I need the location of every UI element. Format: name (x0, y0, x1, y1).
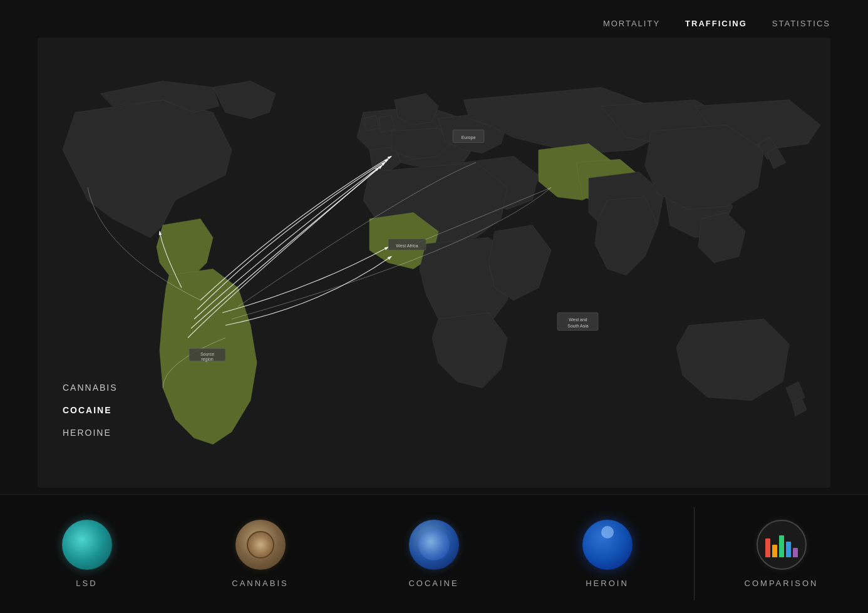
svg-text:West Africa: West Africa (396, 244, 418, 248)
top-navigation: MORTALITY TRAFFICING STATISTICS (603, 19, 830, 28)
bottom-navigation: LSD CANNABIS COCAINE HEROIN (0, 494, 868, 613)
bottom-item-lsd[interactable]: LSD (0, 507, 173, 600)
bar-5 (793, 548, 798, 557)
cannabis-circle (235, 520, 286, 570)
svg-text:Europe: Europe (462, 135, 476, 140)
main-container: MORTALITY TRAFFICING STATISTICS (0, 0, 868, 613)
cannabis-label: CANNABIS (232, 579, 288, 588)
comparison-circle (757, 520, 807, 570)
drug-legend: CANNABIS COCAINE HEROINE (63, 383, 118, 450)
bar-3 (779, 535, 784, 557)
comparison-label: COMPARISON (745, 579, 819, 588)
svg-text:West and: West and (569, 317, 587, 322)
legend-cannabis[interactable]: CANNABIS (63, 383, 118, 393)
heroin-circle (582, 520, 633, 570)
bar-chart-icon (765, 532, 798, 557)
legend-heroine[interactable]: HEROINE (63, 428, 118, 438)
svg-text:South Asia: South Asia (567, 324, 589, 328)
cocaine-label: COCAINE (408, 579, 458, 588)
bottom-item-heroin[interactable]: HEROIN (520, 507, 694, 600)
bottom-item-cocaine[interactable]: COCAINE (347, 507, 520, 600)
bar-1 (765, 538, 770, 557)
legend-cocaine[interactable]: COCAINE (63, 405, 118, 415)
nav-mortality[interactable]: MORTALITY (603, 19, 660, 28)
map-area: Europe West and South Asia West Africa S… (38, 38, 830, 488)
svg-text:Source: Source (200, 352, 214, 356)
cocaine-circle (409, 520, 459, 570)
bottom-item-comparison[interactable]: COMPARISON (694, 507, 868, 600)
bar-2 (772, 545, 777, 557)
bar-4 (786, 542, 791, 557)
heroin-label: HEROIN (586, 579, 629, 588)
bottom-item-cannabis[interactable]: CANNABIS (173, 507, 347, 600)
svg-text:region: region (201, 357, 214, 362)
lsd-circle (62, 520, 112, 570)
nav-trafficing[interactable]: TRAFFICING (685, 19, 747, 28)
nav-statistics[interactable]: STATISTICS (772, 19, 830, 28)
lsd-label: LSD (76, 579, 97, 588)
